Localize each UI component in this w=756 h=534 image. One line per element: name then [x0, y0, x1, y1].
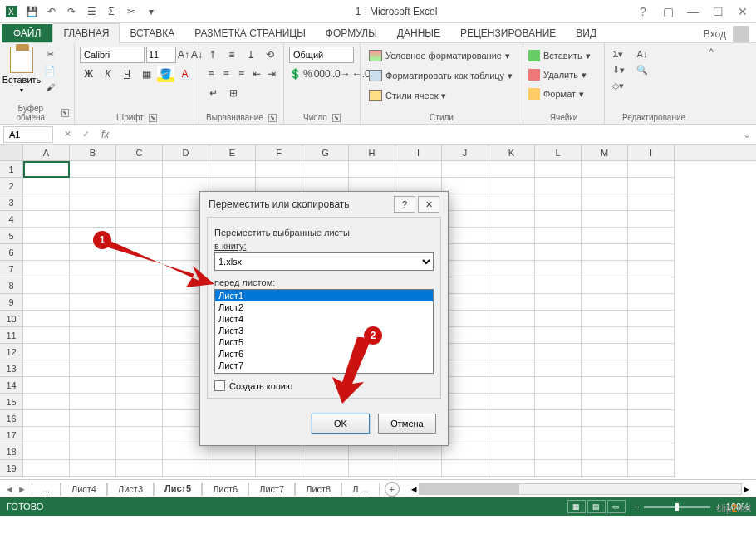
row-header[interactable]: 15 — [0, 394, 23, 410]
cell[interactable] — [442, 443, 488, 460]
italic-button[interactable]: К — [99, 66, 116, 82]
currency-icon[interactable]: 💲 — [289, 66, 302, 82]
cell[interactable] — [488, 178, 535, 194]
cell[interactable] — [442, 244, 488, 261]
scroll-right-icon[interactable]: ► — [742, 484, 751, 494]
column-header[interactable]: K — [488, 145, 535, 160]
column-header[interactable]: L — [535, 145, 582, 160]
sheet-tab[interactable]: Лист3 — [107, 483, 154, 496]
cell[interactable] — [488, 327, 535, 344]
cell[interactable] — [628, 294, 675, 311]
number-format-select[interactable] — [289, 47, 354, 63]
cell[interactable] — [23, 294, 70, 311]
cell[interactable] — [302, 161, 349, 178]
column-header[interactable]: M — [582, 145, 628, 160]
formula-input[interactable] — [114, 126, 738, 143]
cell[interactable] — [23, 377, 70, 394]
ribbon-options-icon[interactable]: ▢ — [658, 3, 678, 20]
cell[interactable] — [209, 460, 256, 477]
sort-filter-button[interactable]: A↓ — [630, 47, 655, 61]
align-middle-icon[interactable]: ≡ — [223, 47, 241, 63]
cancel-button[interactable]: Отмена — [378, 414, 436, 434]
cell[interactable] — [488, 427, 535, 443]
cell[interactable] — [582, 327, 628, 344]
cell[interactable] — [582, 244, 628, 261]
cut-button[interactable]: ✂ — [42, 47, 58, 61]
collapse-ribbon-icon[interactable]: ^ — [703, 43, 719, 124]
cell[interactable] — [23, 360, 70, 377]
close-icon[interactable]: ✕ — [733, 3, 753, 20]
cell[interactable] — [116, 377, 163, 394]
cell[interactable] — [442, 410, 488, 427]
row-header[interactable]: 3 — [0, 194, 23, 211]
cell[interactable] — [488, 360, 535, 377]
cell[interactable] — [302, 460, 349, 477]
cell[interactable] — [628, 344, 675, 360]
align-bottom-icon[interactable]: ⤓ — [243, 47, 260, 63]
cell[interactable] — [116, 161, 163, 178]
row-header[interactable]: 6 — [0, 244, 23, 261]
fill-color-button[interactable]: 🪣 — [157, 66, 174, 82]
cell[interactable] — [442, 178, 488, 194]
cell[interactable] — [535, 410, 582, 427]
autosum-button[interactable]: Σ▾ — [610, 47, 626, 61]
cell[interactable] — [23, 244, 70, 261]
list-item[interactable]: Лист7 — [215, 360, 433, 371]
help-icon[interactable]: ? — [633, 3, 653, 20]
cell[interactable] — [395, 443, 442, 460]
cell[interactable] — [488, 443, 535, 460]
column-header[interactable]: A — [23, 145, 70, 160]
cell[interactable] — [23, 460, 70, 477]
name-box[interactable]: A1 — [3, 126, 53, 143]
cell[interactable] — [535, 211, 582, 228]
cell[interactable] — [442, 427, 488, 443]
cell[interactable] — [628, 311, 675, 327]
cell[interactable] — [23, 194, 70, 211]
conditional-formatting-button[interactable]: Условное форматирование▾ — [366, 47, 518, 65]
cell[interactable] — [23, 344, 70, 360]
maximize-icon[interactable]: ☐ — [708, 3, 728, 20]
cell[interactable] — [535, 360, 582, 377]
row-header[interactable]: 18 — [0, 443, 23, 460]
cell[interactable] — [302, 443, 349, 460]
cell[interactable] — [70, 311, 116, 327]
align-center-icon[interactable]: ≡ — [219, 66, 233, 82]
cell[interactable] — [23, 394, 70, 410]
cell[interactable] — [116, 344, 163, 360]
list-item[interactable]: Лист3 — [215, 325, 433, 336]
cell[interactable] — [582, 443, 628, 460]
row-header[interactable]: 19 — [0, 460, 23, 477]
row-header[interactable]: 17 — [0, 427, 23, 443]
cell[interactable] — [442, 261, 488, 277]
cell[interactable] — [535, 194, 582, 211]
dialog-launcher-icon[interactable]: ⬊ — [149, 114, 157, 122]
cell[interactable] — [116, 327, 163, 344]
cell[interactable] — [395, 460, 442, 477]
cell[interactable] — [23, 311, 70, 327]
paste-button[interactable]: Вставить ▾ — [5, 47, 38, 102]
cell[interactable] — [582, 394, 628, 410]
cell[interactable] — [70, 161, 116, 178]
delete-cells-button[interactable]: Удалить▾ — [528, 66, 599, 84]
list-item[interactable]: Лист1 — [215, 290, 433, 301]
cell[interactable] — [628, 377, 675, 394]
list-item[interactable]: Лист2 — [215, 301, 433, 313]
cell[interactable] — [442, 460, 488, 477]
cell[interactable] — [442, 360, 488, 377]
cell[interactable] — [116, 360, 163, 377]
sheet-listbox[interactable]: Лист1Лист2Лист4Лист3Лист5Лист6Лист7Лист8 — [214, 289, 434, 374]
sheet-tab-active[interactable]: Лист5 — [154, 482, 202, 497]
cell[interactable] — [488, 194, 535, 211]
cell[interactable] — [628, 410, 675, 427]
cell[interactable] — [535, 277, 582, 294]
tab-formulas[interactable]: ФОРМУЛЫ — [316, 24, 387, 42]
clear-button[interactable]: ◇▾ — [610, 78, 626, 93]
cell[interactable] — [488, 261, 535, 277]
file-tab[interactable]: ФАЙЛ — [2, 24, 52, 42]
cell[interactable] — [582, 410, 628, 427]
cell[interactable] — [70, 427, 116, 443]
normal-view-icon[interactable]: ▦ — [567, 500, 586, 513]
grow-font-icon[interactable]: A↑ — [178, 47, 189, 63]
tab-insert[interactable]: ВСТАВКА — [120, 24, 184, 42]
wrap-text-icon[interactable]: ↵ — [204, 85, 223, 101]
